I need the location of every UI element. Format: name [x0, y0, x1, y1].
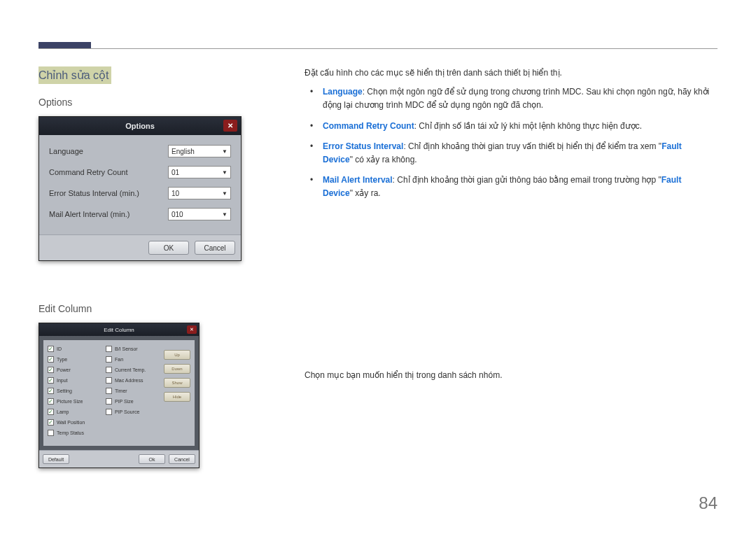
opt-retry-label: Command Retry Count [49, 168, 128, 176]
options-dialog-title-text: Options [125, 122, 155, 130]
chevron-down-icon: ▼ [222, 148, 227, 155]
bullet-errint: Error Status Interval: Chỉ định khoảng t… [323, 140, 710, 167]
checkbox-icon[interactable] [106, 409, 112, 415]
opt-errint-label: Error Status Interval (min.) [49, 189, 139, 197]
header-rule [38, 48, 718, 49]
checkbox-label: PIP Size [115, 399, 134, 404]
checkbox-row[interactable]: ✓Setting [48, 388, 106, 394]
checkbox-row[interactable]: PIP Source [106, 409, 164, 415]
checkbox-icon[interactable]: ✓ [48, 377, 54, 384]
checkbox-icon[interactable]: ✓ [48, 388, 54, 394]
opt-mailint-select[interactable]: 010 ▼ [168, 208, 231, 220]
checkbox-icon[interactable]: ✓ [48, 409, 54, 415]
show-button[interactable]: Show [164, 378, 190, 388]
checkbox-label: Power [57, 367, 71, 372]
checkbox-icon[interactable] [106, 346, 112, 352]
checkbox-icon[interactable]: ✓ [48, 346, 54, 352]
checkbox-label: Type [57, 357, 67, 362]
checkbox-row[interactable]: Temp Status [48, 430, 106, 436]
checkbox-label: Picture Size [57, 399, 83, 404]
bullet-errint-key: Error Status Interval [323, 141, 403, 151]
checkbox-row[interactable]: ✓Power [48, 367, 106, 373]
checkbox-icon[interactable]: ✓ [48, 356, 54, 363]
checkbox-label: Timer [115, 388, 127, 393]
opt-language-value: English [172, 148, 195, 155]
edit-column-dialog: Edit Column ✕ ✓ID✓Type✓Power✓Input✓Setti… [38, 323, 200, 468]
cancel-button[interactable]: Cancel [169, 454, 195, 464]
checkbox-icon[interactable]: ✓ [48, 419, 54, 426]
close-icon[interactable]: ✕ [223, 120, 237, 132]
bullet-mail-text-b: " xảy ra. [350, 188, 381, 198]
checkbox-row[interactable]: ✓Type [48, 356, 106, 363]
checkbox-label: Current Temp. [115, 367, 146, 372]
checkbox-row[interactable]: ✓Wall Position [48, 419, 106, 426]
opt-errint-select[interactable]: 10 ▼ [168, 187, 231, 199]
chevron-down-icon: ▼ [222, 190, 227, 197]
checkbox-icon[interactable] [106, 356, 112, 363]
checkbox-label: B/I Sensor [115, 346, 138, 351]
up-button[interactable]: Up [164, 350, 190, 360]
checkbox-row[interactable]: ✓Picture Size [48, 398, 106, 405]
opt-retry-select[interactable]: 01 ▼ [168, 166, 231, 178]
bullet-retry: Command Retry Count: Chỉ định số lần tái… [323, 120, 710, 133]
edit-column-heading: Edit Column [38, 303, 276, 314]
edit-dialog-title: Edit Column ✕ [39, 323, 199, 336]
checkbox-row[interactable]: B/I Sensor [106, 346, 164, 352]
checkbox-label: Fan [115, 357, 123, 362]
checkbox-row[interactable]: Fan [106, 356, 164, 363]
ok-button[interactable]: Ok [139, 454, 165, 464]
edit-column-desc: Chọn mục bạn muốn hiển thị trong danh sá… [304, 369, 710, 382]
down-button[interactable]: Down [164, 364, 190, 374]
checkbox-icon[interactable] [106, 388, 112, 394]
checkbox-icon[interactable] [106, 398, 112, 405]
checkbox-row[interactable]: Current Temp. [106, 367, 164, 373]
chevron-down-icon: ▼ [222, 211, 227, 218]
checkbox-icon[interactable]: ✓ [48, 367, 54, 373]
bullet-language-key: Language [323, 87, 363, 97]
checkbox-label: Input [57, 378, 68, 383]
checkbox-icon[interactable] [106, 377, 112, 384]
checkbox-row[interactable]: Timer [106, 388, 164, 394]
checkbox-row[interactable]: ✓ID [48, 346, 106, 352]
bullet-errint-text-a: : Chỉ định khoảng thời gian truy vấn thi… [403, 141, 662, 151]
opt-retry-value: 01 [172, 169, 179, 176]
checkbox-row[interactable]: ✓Input [48, 377, 106, 384]
checkbox-icon[interactable] [106, 367, 112, 373]
options-dialog: Options ✕ Language English ▼ Command Ret… [38, 116, 241, 261]
section-title: Chỉnh sửa cột [38, 66, 111, 84]
bullet-language: Language: Chọn một ngôn ngữ để sử dụng t… [323, 85, 710, 112]
opt-errint-value: 10 [172, 190, 179, 197]
close-icon[interactable]: ✕ [187, 325, 197, 334]
checkbox-icon[interactable] [48, 430, 54, 436]
cancel-button[interactable]: Cancel [195, 241, 235, 255]
bullet-language-text: : Chọn một ngôn ngữ để sử dụng trong chư… [323, 87, 709, 110]
checkbox-label: Lamp [57, 409, 69, 414]
chevron-down-icon: ▼ [222, 169, 227, 176]
bullet-mail-text-a: : Chỉ định khoảng thời gian gửi thông bá… [393, 175, 662, 185]
checkbox-label: Mac Address [115, 378, 143, 383]
bullet-retry-text: : Chỉ định số lần tái xử lý khi một lệnh… [414, 121, 642, 131]
opt-mailint-value: 010 [172, 211, 183, 218]
checkbox-row[interactable]: Mac Address [106, 377, 164, 384]
checkbox-label: Wall Position [57, 420, 85, 425]
checkbox-icon[interactable]: ✓ [48, 398, 54, 405]
checkbox-label: Setting [57, 388, 72, 393]
opt-language-label: Language [49, 147, 83, 155]
bullet-errint-text-b: " có xảy ra không. [350, 155, 417, 164]
ok-button[interactable]: OK [148, 241, 189, 255]
bullet-mail-key: Mail Alert Interval [323, 175, 393, 185]
checkbox-row[interactable]: PIP Size [106, 398, 164, 405]
opt-mailint-label: Mail Alert Interval (min.) [49, 210, 130, 218]
checkbox-row[interactable]: ✓Lamp [48, 409, 106, 415]
options-heading: Options [38, 97, 276, 108]
default-button[interactable]: Default [43, 454, 69, 464]
options-dialog-title: Options ✕ [39, 117, 241, 135]
checkbox-label: ID [57, 346, 62, 351]
edit-dialog-title-text: Edit Column [104, 327, 134, 333]
bullet-mail: Mail Alert Interval: Chỉ định khoảng thờ… [323, 174, 710, 200]
page-number: 84 [699, 493, 718, 513]
hide-button[interactable]: Hide [164, 392, 190, 402]
checkbox-label: PIP Source [115, 409, 139, 414]
intro-text: Đặt cấu hình cho các mục sẽ hiển thị trê… [304, 66, 710, 80]
opt-language-select[interactable]: English ▼ [168, 145, 231, 157]
